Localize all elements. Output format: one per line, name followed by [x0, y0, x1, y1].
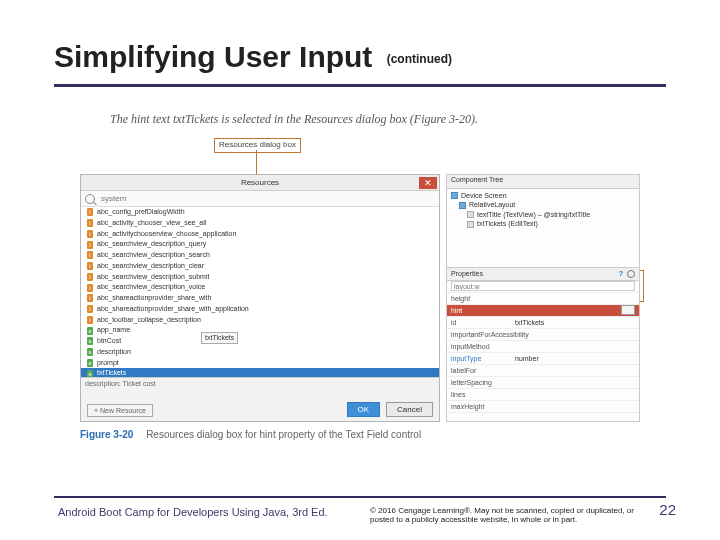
resource-item[interactable]: iabc_config_prefDialogWidth	[81, 207, 439, 218]
resource-item[interactable]: sdescription	[81, 347, 439, 358]
dialog-search-row	[81, 191, 439, 207]
type-tag-icon: i	[87, 241, 93, 249]
slide-title: Simplifying User Input (continued)	[54, 40, 452, 74]
figure-caption-text: Resources dialog box for hint property o…	[146, 429, 421, 440]
dialog-search-input[interactable]	[99, 193, 435, 204]
component-tree[interactable]: Device Screen RelativeLayout textTitle (…	[447, 189, 639, 231]
dialog-bottom: description: Ticket cost + New Resource …	[81, 377, 439, 421]
resource-name: abc_config_prefDialogWidth	[97, 208, 185, 217]
type-tag-icon: i	[87, 219, 93, 227]
resource-name: abc_shareactionprovider_share_with	[97, 294, 211, 303]
resource-item[interactable]: iabc_searchview_description_submit	[81, 272, 439, 283]
prop-inputtype-value: number	[515, 355, 539, 362]
cancel-button[interactable]: Cancel	[386, 402, 433, 417]
prop-row: inputTypenumber	[447, 353, 639, 365]
properties-search-input[interactable]	[451, 281, 635, 291]
type-tag-icon: i	[87, 273, 93, 281]
prop-key-hint: hint	[451, 307, 511, 314]
figure-label: Figure 3-20	[80, 429, 133, 440]
resource-name: prompt	[97, 359, 119, 368]
close-button[interactable]: ✕	[419, 177, 437, 189]
type-tag-icon: s	[87, 348, 93, 356]
prop-row: idtxtTickets	[447, 317, 639, 329]
callout-dialog-box: Resources dialog box	[214, 138, 301, 153]
type-tag-icon: i	[87, 294, 93, 302]
resource-item[interactable]: iabc_searchview_description_query	[81, 239, 439, 250]
properties-label: Properties	[451, 270, 483, 277]
dialog-button-row: OK Cancel	[347, 402, 433, 417]
type-tag-icon: s	[87, 370, 93, 377]
resource-item[interactable]: iabc_activitychooserview_choose_applicat…	[81, 229, 439, 240]
intro-text: The hint text txtTickets is selected in …	[110, 112, 478, 127]
footer-copyright: © 2016 Cengage Learning®. May not be sca…	[370, 506, 640, 524]
resource-name: description	[97, 348, 131, 357]
resource-item[interactable]: sbtnCost	[81, 336, 439, 347]
component-tree-title: Component Tree	[447, 175, 639, 189]
type-tag-icon: i	[87, 262, 93, 270]
resource-name: abc_searchview_description_submit	[97, 273, 209, 282]
resource-list[interactable]: iabc_config_prefDialogWidthiabc_activity…	[81, 207, 439, 377]
resource-name: abc_searchview_description_clear	[97, 262, 204, 271]
figure-screenshot: Resources dialog box txtTickets OK butto…	[80, 158, 640, 438]
resource-name: abc_activity_chooser_view_see_all	[97, 219, 206, 228]
tree-row: textTitle (TextView) – @string/txtTitle	[451, 210, 635, 219]
resource-value-box: txtTickets	[201, 332, 238, 344]
type-tag-icon: i	[87, 284, 93, 292]
prop-row: labelFor	[447, 365, 639, 377]
resource-item[interactable]: iabc_searchview_description_clear	[81, 261, 439, 272]
resource-name: abc_searchview_description_voice	[97, 283, 205, 292]
gear-icon[interactable]	[627, 270, 635, 278]
resource-name: abc_shareactionprovider_share_with_appli…	[97, 305, 249, 314]
resource-item[interactable]: sprompt	[81, 358, 439, 369]
footer-rule	[54, 496, 666, 498]
type-tag-icon: i	[87, 208, 93, 216]
resource-name: app_name	[97, 326, 130, 335]
properties-search-row	[447, 281, 639, 293]
tree-row: RelativeLayout	[451, 200, 635, 209]
ellipsis-button[interactable]: …	[621, 305, 635, 315]
footer-book-title: Android Boot Camp for Developers Using J…	[58, 506, 328, 518]
resource-item[interactable]: iabc_activity_chooser_view_see_all	[81, 218, 439, 229]
slide-title-continued: (continued)	[387, 52, 452, 66]
resource-item[interactable]: iabc_shareactionprovider_share_with	[81, 293, 439, 304]
tree-row: Device Screen	[451, 191, 635, 200]
title-rule	[54, 84, 666, 87]
prop-id-value: txtTickets	[515, 319, 544, 326]
tree-row: txtTickets (EditText)	[451, 219, 635, 228]
resource-item[interactable]: iabc_searchview_description_voice	[81, 282, 439, 293]
help-icon[interactable]: ?	[619, 270, 623, 277]
search-icon	[85, 194, 95, 204]
resource-name: abc_toolbar_collapse_description	[97, 316, 201, 325]
dialog-titlebar: Resources ✕	[81, 175, 439, 191]
resource-item[interactable]: sapp_name	[81, 325, 439, 336]
callout-line	[256, 150, 257, 174]
edittext-icon	[467, 221, 474, 228]
prop-row: lines	[447, 389, 639, 401]
properties-header: Properties ?	[447, 267, 639, 281]
type-tag-icon: s	[87, 337, 93, 345]
resource-item[interactable]: stxtTickets	[81, 368, 439, 377]
page-number: 22	[659, 501, 676, 518]
resource-name: abc_activitychooserview_choose_applicati…	[97, 230, 236, 239]
dialog-info-line: description: Ticket cost	[85, 380, 435, 387]
new-resource-button[interactable]: + New Resource	[87, 404, 153, 417]
type-tag-icon: i	[87, 316, 93, 324]
textview-icon	[467, 211, 474, 218]
figure-caption: Figure 3-20 Resources dialog box for hin…	[80, 429, 421, 440]
resource-name: abc_searchview_description_search	[97, 251, 210, 260]
ok-button[interactable]: OK	[347, 402, 381, 417]
type-tag-icon: i	[87, 230, 93, 238]
properties-panel: Component Tree Device Screen RelativeLay…	[446, 174, 640, 422]
resource-item[interactable]: iabc_searchview_description_search	[81, 250, 439, 261]
slide-title-text: Simplifying User Input	[54, 40, 372, 73]
resource-name: abc_searchview_description_query	[97, 240, 206, 249]
type-tag-icon: i	[87, 251, 93, 259]
resource-item[interactable]: iabc_shareactionprovider_share_with_appl…	[81, 304, 439, 315]
resource-item[interactable]: iabc_toolbar_collapse_description	[81, 315, 439, 326]
prop-row: inputMethod	[447, 341, 639, 353]
layout-icon	[459, 202, 466, 209]
prop-row: letterSpacing	[447, 377, 639, 389]
resource-name: txtTickets	[97, 369, 126, 377]
type-tag-icon: s	[87, 327, 93, 335]
prop-row-hint[interactable]: hint …	[447, 305, 639, 317]
